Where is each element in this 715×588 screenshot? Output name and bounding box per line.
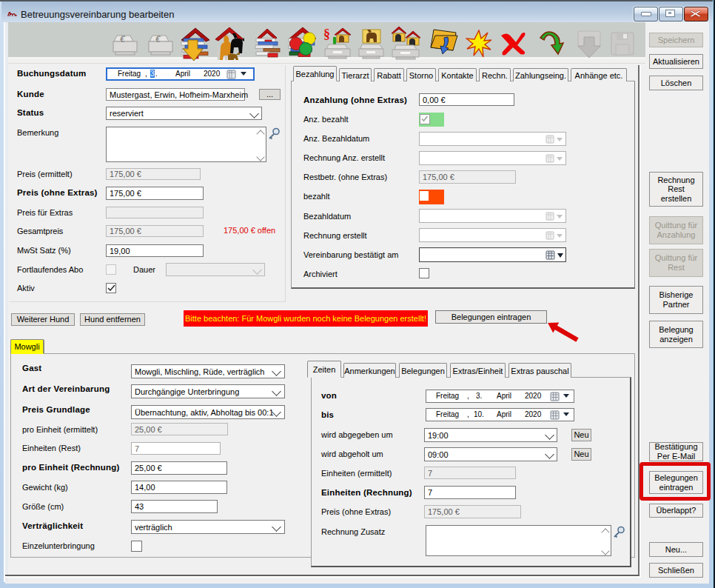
svg-text:§: § [323,27,330,41]
